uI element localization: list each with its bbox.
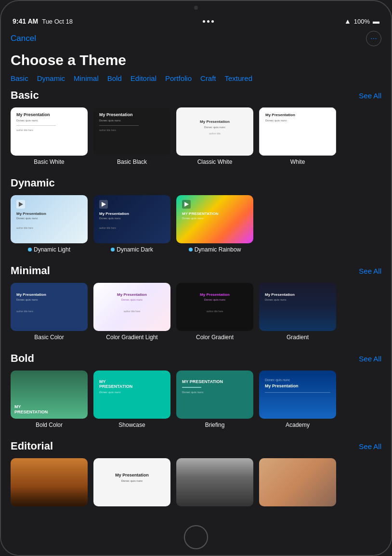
section-bold: Bold See All MYPRESENTATION Bold Color [1, 352, 391, 440]
filter-tab-minimal[interactable]: Minimal [74, 74, 99, 82]
theme-label: Gradient [287, 334, 309, 341]
theme-dynamic-dark[interactable]: My Presentation Donec quis nunc author t… [93, 195, 170, 253]
theme-basic-black[interactable]: My Presentation Donec quis nunc author t… [93, 107, 170, 165]
section-editorial: Editorial See All [1, 440, 391, 519]
theme-label: Showcase [118, 422, 145, 428]
status-right: ▲ 100% ▬ [344, 17, 379, 25]
see-all-minimal[interactable]: See All [359, 267, 381, 275]
theme-white[interactable]: My Presentation Donec quis nunc White [259, 107, 336, 165]
status-center-dots [203, 20, 214, 23]
theme-label: Dynamic Dark [111, 246, 153, 253]
home-button[interactable] [184, 525, 208, 549]
wifi-icon: ▲ [344, 17, 351, 25]
theme-editorial-3[interactable] [176, 458, 253, 509]
page-title: Choose a Theme [1, 48, 391, 74]
theme-label: Dynamic Light [28, 246, 70, 253]
theme-row-minimal: My Presentation Donec quis nunc author t… [11, 283, 381, 343]
theme-label: Classic White [197, 159, 233, 165]
theme-classic-white[interactable]: My Presentation Donec quis nunc author t… [176, 107, 253, 165]
filter-tab-craft[interactable]: Craft [200, 74, 216, 82]
status-time: 9:41 AM Tue Oct 18 [13, 17, 73, 25]
filter-tab-editorial[interactable]: Editorial [131, 74, 157, 82]
section-title-dynamic: Dynamic [11, 177, 55, 189]
theme-label: Academy [286, 422, 310, 428]
more-button[interactable]: ··· [366, 31, 381, 46]
theme-label: Bold Color [36, 422, 63, 428]
scroll-content: Basic See All My Presentation Donec quis… [1, 89, 391, 519]
theme-basic-color[interactable]: My Presentation Donec quis nunc author t… [11, 283, 88, 341]
theme-label: White [290, 159, 305, 165]
filter-tab-portfolio[interactable]: Portfolio [165, 74, 192, 82]
section-dynamic: Dynamic My Presentation Donec quis nunc [1, 177, 391, 265]
theme-bold-color[interactable]: MYPRESENTATION Bold Color [11, 371, 88, 428]
section-title-basic: Basic [11, 89, 39, 102]
see-all-basic[interactable]: See All [359, 92, 381, 100]
theme-editorial-1[interactable] [11, 458, 88, 509]
theme-label: Basic Black [117, 159, 147, 165]
battery-icon: ▬ [373, 17, 379, 25]
more-icon: ··· [370, 35, 377, 42]
theme-row-editorial: My Presentation Donec quis nunc [11, 458, 381, 511]
theme-editorial-4[interactable] [259, 458, 336, 509]
theme-label: Dynamic Rainbow [189, 246, 241, 253]
filter-tab-textured[interactable]: Textured [225, 74, 253, 82]
section-title-minimal: Minimal [11, 265, 50, 277]
theme-briefing[interactable]: MY PRESENTATION Donec quis nunc Briefing [176, 371, 253, 428]
theme-label: Color Gradient [196, 334, 234, 341]
theme-dynamic-light[interactable]: My Presentation Donec quis nunc author t… [11, 195, 88, 253]
theme-row-bold: MYPRESENTATION Bold Color MYPRESENTATION… [11, 371, 381, 430]
see-all-editorial[interactable]: See All [359, 442, 381, 450]
theme-label: Briefing [205, 422, 225, 428]
theme-label: Color Gradient Light [106, 334, 157, 341]
theme-row-basic: My Presentation Donec quis nunc author t… [11, 107, 381, 167]
filter-tab-basic[interactable]: Basic [11, 74, 28, 82]
theme-label: Basic Color [34, 334, 64, 341]
home-button-area [1, 519, 391, 555]
filter-tabs: Basic Dynamic Minimal Bold Editorial Por… [1, 74, 391, 89]
theme-showcase[interactable]: MYPRESENTATION Donec quis nunc Showcase [93, 371, 170, 428]
theme-color-gradient-light[interactable]: My Presentation Donec quis nunc author t… [93, 283, 170, 341]
theme-basic-white[interactable]: My Presentation Donec quis nunc author t… [11, 107, 88, 165]
theme-row-dynamic: My Presentation Donec quis nunc author t… [11, 195, 381, 255]
theme-editorial-2[interactable]: My Presentation Donec quis nunc [93, 458, 170, 509]
filter-tab-dynamic[interactable]: Dynamic [37, 74, 65, 82]
header: Cancel ··· [1, 27, 391, 48]
theme-academy[interactable]: Donec quis nunc My Presentation Academy [259, 371, 336, 428]
section-minimal: Minimal See All My Presentation Donec qu… [1, 265, 391, 352]
status-bar: 9:41 AM Tue Oct 18 ▲ 100% ▬ [1, 12, 391, 27]
camera-dot [194, 6, 198, 10]
device: 9:41 AM Tue Oct 18 ▲ 100% ▬ Cancel ··· C… [0, 0, 392, 556]
theme-label: Basic White [34, 159, 64, 165]
section-title-bold: Bold [11, 352, 34, 365]
camera-area [1, 1, 391, 12]
see-all-bold[interactable]: See All [359, 355, 381, 363]
filter-tab-bold[interactable]: Bold [107, 74, 122, 82]
section-basic: Basic See All My Presentation Donec quis… [1, 89, 391, 177]
theme-dynamic-rainbow[interactable]: MY PRESENTATION Donec quis nunc Dynamic … [176, 195, 253, 253]
section-title-editorial: Editorial [11, 440, 53, 452]
theme-gradient[interactable]: My Presentation Donec quis nunc Gradient [259, 283, 336, 341]
theme-color-gradient[interactable]: My Presentation Donec quis nunc author t… [176, 283, 253, 341]
cancel-button[interactable]: Cancel [11, 34, 36, 43]
